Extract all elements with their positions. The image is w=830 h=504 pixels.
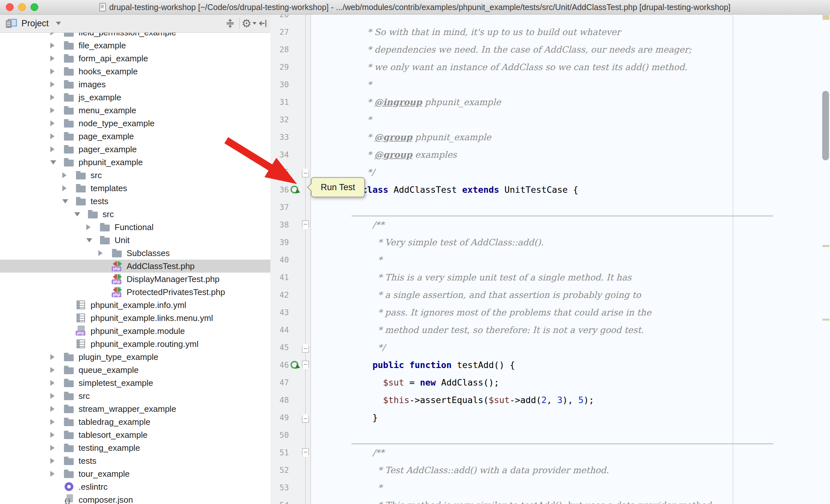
tree-item-simpletest-example[interactable]: simpletest_example: [0, 376, 270, 390]
error-stripe-mark[interactable]: [823, 15, 829, 20]
code-line-46[interactable]: public function testAdd() {: [352, 356, 823, 374]
fold-marker-start[interactable]: [302, 361, 309, 370]
code-line-54[interactable]: * This method is very similar to testAdd…: [352, 497, 823, 504]
expand-arrow-icon[interactable]: [50, 458, 55, 464]
tree-item-src[interactable]: src: [0, 390, 270, 402]
tree-item-stream-wrapper-example[interactable]: stream_wrapper_example: [0, 402, 270, 415]
tree-item-node-type-example[interactable]: node_type_example: [0, 117, 270, 130]
hide-panel-button[interactable]: [256, 17, 270, 30]
expand-arrow-icon[interactable]: [62, 172, 67, 178]
code-line-34[interactable]: * @group examples: [352, 146, 823, 164]
code-line-36[interactable]: class AddClassTest extends UnitTestCase …: [352, 181, 823, 199]
run-test-tooltip[interactable]: Run Test: [311, 177, 365, 197]
expand-arrow-icon[interactable]: [50, 68, 55, 74]
expand-arrow-icon[interactable]: [50, 445, 55, 451]
code-line-28[interactable]: * dependencies we need. In the case of A…: [352, 41, 823, 59]
tree-item-phpunit-example[interactable]: phpunit_example: [0, 156, 270, 169]
code-line-43[interactable]: * pass. It ignores most of the problems …: [352, 304, 823, 321]
editor-scrollbar-thumb[interactable]: [822, 91, 829, 160]
expand-arrow-icon[interactable]: [50, 406, 55, 412]
chevron-down-icon[interactable]: [56, 22, 61, 25]
expand-arrow-icon[interactable]: [50, 133, 55, 139]
tree-item-js-example[interactable]: js_example: [0, 91, 270, 104]
fold-marker-start[interactable]: [302, 448, 309, 458]
tree-item-displaymanagertest-php[interactable]: phpDisplayManagerTest.php: [0, 273, 270, 285]
code-line-44[interactable]: * method under test, so therefore: It is…: [352, 321, 823, 339]
run-test-gutter-icon[interactable]: [290, 361, 301, 371]
code-line-42[interactable]: * a single assertion, and that assertion…: [352, 286, 823, 304]
expand-arrow-icon[interactable]: [50, 354, 55, 360]
tree-item-queue-example[interactable]: queue_example: [0, 364, 270, 376]
code-line-52[interactable]: * Test AddClass::add() with a data provi…: [352, 462, 823, 479]
tree-item-phpunit-example-info-yml[interactable]: phpunit_example.info.yml: [0, 299, 270, 311]
expand-arrow-icon[interactable]: [50, 81, 55, 87]
tree-item-subclasses[interactable]: Subclasses: [0, 247, 270, 260]
tree-item-phpunit-example-links-menu-yml[interactable]: phpunit_example.links.menu.yml: [0, 311, 270, 325]
code-line-39[interactable]: * Very simple test of AddClass::add().: [352, 234, 823, 251]
code-line-49[interactable]: }: [352, 409, 823, 427]
tree-item-tablesort-example[interactable]: tablesort_example: [0, 428, 270, 441]
tree-item-pager-example[interactable]: pager_example: [0, 143, 270, 156]
error-stripe-mark[interactable]: [823, 245, 829, 247]
error-stripe-mark[interactable]: [823, 319, 829, 321]
code-line-30[interactable]: *: [352, 76, 823, 94]
tree-item-phpunit-example-routing-yml[interactable]: phpunit_example.routing.yml: [0, 337, 270, 350]
tree-item-src[interactable]: src: [0, 169, 270, 182]
tree-item-protectedprivatestest-php[interactable]: phpProtectedPrivatesTest.php: [0, 285, 270, 299]
code-line-41[interactable]: * This is a very simple unit test of a s…: [352, 269, 823, 286]
close-button[interactable]: [6, 3, 13, 11]
tree-item-plugin-type-example[interactable]: plugin_type_example: [0, 350, 270, 364]
tree-item-file-example[interactable]: file_example: [0, 39, 270, 52]
code-line-40[interactable]: *: [352, 251, 823, 269]
code-line-45[interactable]: */: [352, 339, 823, 356]
expand-arrow-icon[interactable]: [50, 471, 55, 477]
fold-marker-end[interactable]: [302, 343, 309, 353]
expand-arrow-icon[interactable]: [62, 185, 67, 191]
tree-item-menu-example[interactable]: menu_example: [0, 104, 270, 117]
expand-arrow-icon[interactable]: [50, 393, 55, 399]
code-line-50[interactable]: [352, 427, 823, 444]
fold-marker-start[interactable]: [302, 221, 309, 230]
expand-arrow-icon[interactable]: [98, 250, 103, 256]
tree-item-src[interactable]: src: [0, 208, 270, 221]
expand-arrow-icon[interactable]: [50, 419, 55, 425]
tree-item-unit[interactable]: Unit: [0, 234, 270, 247]
tree-item-hooks-example[interactable]: hooks_example: [0, 65, 270, 78]
collapse-arrow-icon[interactable]: [86, 238, 92, 242]
expand-arrow-icon[interactable]: [50, 432, 55, 438]
fold-marker-end[interactable]: [302, 413, 309, 423]
tree-item-page-example[interactable]: page_example: [0, 130, 270, 143]
run-test-gutter-icon[interactable]: [290, 186, 301, 195]
project-panel-title[interactable]: Project: [22, 19, 49, 29]
tree-item-functional[interactable]: Functional: [0, 221, 270, 234]
expand-arrow-icon[interactable]: [50, 107, 55, 113]
collapse-all-button[interactable]: [223, 17, 237, 30]
settings-button[interactable]: ⚙: [242, 17, 256, 30]
collapse-arrow-icon[interactable]: [74, 212, 80, 216]
expand-arrow-icon[interactable]: [50, 42, 55, 48]
expand-arrow-icon[interactable]: [50, 56, 55, 61]
tree-item-testing-example[interactable]: testing_example: [0, 441, 270, 455]
fold-marker-end[interactable]: [302, 168, 309, 177]
tree-item-tabledrag-example[interactable]: tabledrag_example: [0, 415, 270, 428]
tree-item-images[interactable]: images: [0, 78, 270, 91]
code-line-32[interactable]: *: [352, 111, 823, 129]
code-line-27[interactable]: * So with that in mind, it's up to us to…: [352, 23, 823, 41]
code-line-35[interactable]: */: [352, 164, 823, 181]
tree-item-tests[interactable]: tests: [0, 455, 270, 467]
expand-arrow-icon[interactable]: [86, 224, 91, 230]
zoom-button[interactable]: [31, 3, 38, 11]
code-line-38[interactable]: /**: [352, 216, 823, 234]
editor-gutter[interactable]: 2627282930313233343536373839404142434445…: [270, 14, 311, 504]
tree-item-tour-example[interactable]: tour_example: [0, 467, 270, 480]
code-line-31[interactable]: * @ingroup phpunit_example: [352, 94, 823, 111]
code-line-51[interactable]: /**: [352, 444, 823, 462]
collapse-arrow-icon[interactable]: [50, 160, 56, 165]
code-line-33[interactable]: * @group phpunit_example: [352, 129, 823, 146]
tree-item-addclasstest-php[interactable]: phpAddClassTest.php: [0, 260, 270, 273]
code-line-47[interactable]: $sut = new AddClass();: [352, 374, 823, 392]
tree-item-composer-json[interactable]: {}composer.json: [0, 493, 270, 504]
expand-arrow-icon[interactable]: [50, 146, 55, 152]
collapse-arrow-icon[interactable]: [62, 199, 68, 203]
code-line-48[interactable]: $this->assertEquals($sut->add(2, 3), 5);: [352, 392, 823, 409]
